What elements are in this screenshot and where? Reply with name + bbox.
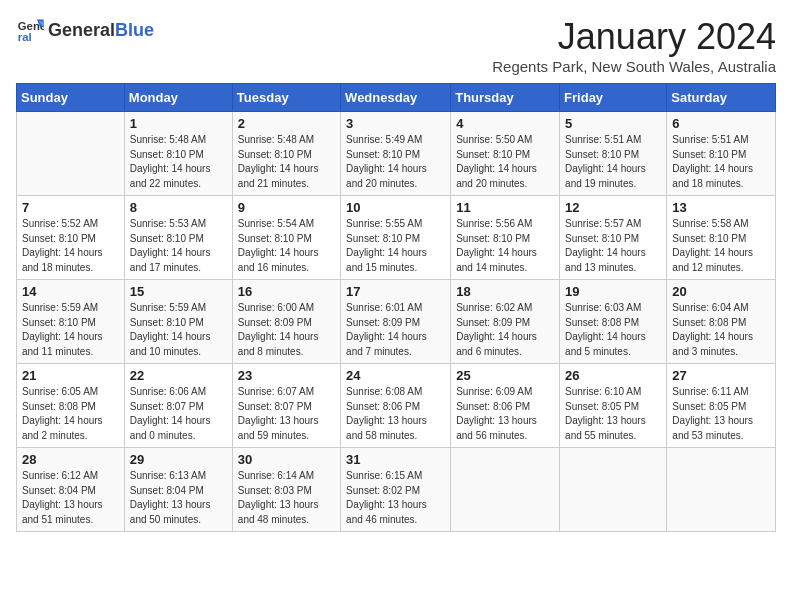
calendar-cell: 2Sunrise: 5:48 AM Sunset: 8:10 PM Daylig…	[232, 112, 340, 196]
day-header-thursday: Thursday	[451, 84, 560, 112]
day-number: 7	[22, 200, 119, 215]
title-block: January 2024 Regents Park, New South Wal…	[492, 16, 776, 75]
calendar-cell	[17, 112, 125, 196]
calendar-cell: 9Sunrise: 5:54 AM Sunset: 8:10 PM Daylig…	[232, 196, 340, 280]
calendar-cell: 19Sunrise: 6:03 AM Sunset: 8:08 PM Dayli…	[560, 280, 667, 364]
calendar-cell: 4Sunrise: 5:50 AM Sunset: 8:10 PM Daylig…	[451, 112, 560, 196]
day-detail: Sunrise: 5:55 AM Sunset: 8:10 PM Dayligh…	[346, 217, 445, 275]
location-subtitle: Regents Park, New South Wales, Australia	[492, 58, 776, 75]
calendar-cell: 15Sunrise: 5:59 AM Sunset: 8:10 PM Dayli…	[124, 280, 232, 364]
calendar-table: SundayMondayTuesdayWednesdayThursdayFrid…	[16, 83, 776, 532]
calendar-cell	[667, 448, 776, 532]
calendar-cell: 26Sunrise: 6:10 AM Sunset: 8:05 PM Dayli…	[560, 364, 667, 448]
calendar-cell: 16Sunrise: 6:00 AM Sunset: 8:09 PM Dayli…	[232, 280, 340, 364]
day-detail: Sunrise: 6:13 AM Sunset: 8:04 PM Dayligh…	[130, 469, 227, 527]
calendar-cell: 29Sunrise: 6:13 AM Sunset: 8:04 PM Dayli…	[124, 448, 232, 532]
calendar-cell: 3Sunrise: 5:49 AM Sunset: 8:10 PM Daylig…	[341, 112, 451, 196]
calendar-cell: 18Sunrise: 6:02 AM Sunset: 8:09 PM Dayli…	[451, 280, 560, 364]
day-number: 26	[565, 368, 661, 383]
logo-blue: Blue	[115, 20, 154, 40]
day-number: 6	[672, 116, 770, 131]
calendar-body: 1Sunrise: 5:48 AM Sunset: 8:10 PM Daylig…	[17, 112, 776, 532]
day-number: 13	[672, 200, 770, 215]
day-detail: Sunrise: 6:01 AM Sunset: 8:09 PM Dayligh…	[346, 301, 445, 359]
day-detail: Sunrise: 5:53 AM Sunset: 8:10 PM Dayligh…	[130, 217, 227, 275]
calendar-cell: 1Sunrise: 5:48 AM Sunset: 8:10 PM Daylig…	[124, 112, 232, 196]
day-detail: Sunrise: 6:11 AM Sunset: 8:05 PM Dayligh…	[672, 385, 770, 443]
day-detail: Sunrise: 6:00 AM Sunset: 8:09 PM Dayligh…	[238, 301, 335, 359]
week-row-5: 28Sunrise: 6:12 AM Sunset: 8:04 PM Dayli…	[17, 448, 776, 532]
calendar-cell: 27Sunrise: 6:11 AM Sunset: 8:05 PM Dayli…	[667, 364, 776, 448]
day-detail: Sunrise: 5:52 AM Sunset: 8:10 PM Dayligh…	[22, 217, 119, 275]
logo-text: GeneralBlue	[48, 20, 154, 41]
calendar-cell: 8Sunrise: 5:53 AM Sunset: 8:10 PM Daylig…	[124, 196, 232, 280]
day-detail: Sunrise: 6:08 AM Sunset: 8:06 PM Dayligh…	[346, 385, 445, 443]
calendar-cell	[560, 448, 667, 532]
day-header-monday: Monday	[124, 84, 232, 112]
day-detail: Sunrise: 5:48 AM Sunset: 8:10 PM Dayligh…	[238, 133, 335, 191]
day-detail: Sunrise: 6:07 AM Sunset: 8:07 PM Dayligh…	[238, 385, 335, 443]
calendar-cell	[451, 448, 560, 532]
calendar-cell: 23Sunrise: 6:07 AM Sunset: 8:07 PM Dayli…	[232, 364, 340, 448]
day-number: 9	[238, 200, 335, 215]
svg-text:ral: ral	[18, 31, 32, 43]
day-number: 1	[130, 116, 227, 131]
day-number: 17	[346, 284, 445, 299]
day-detail: Sunrise: 6:05 AM Sunset: 8:08 PM Dayligh…	[22, 385, 119, 443]
day-number: 5	[565, 116, 661, 131]
calendar-cell: 24Sunrise: 6:08 AM Sunset: 8:06 PM Dayli…	[341, 364, 451, 448]
day-number: 18	[456, 284, 554, 299]
calendar-cell: 20Sunrise: 6:04 AM Sunset: 8:08 PM Dayli…	[667, 280, 776, 364]
day-header-sunday: Sunday	[17, 84, 125, 112]
day-detail: Sunrise: 6:12 AM Sunset: 8:04 PM Dayligh…	[22, 469, 119, 527]
day-number: 25	[456, 368, 554, 383]
day-number: 30	[238, 452, 335, 467]
calendar-cell: 7Sunrise: 5:52 AM Sunset: 8:10 PM Daylig…	[17, 196, 125, 280]
day-detail: Sunrise: 5:49 AM Sunset: 8:10 PM Dayligh…	[346, 133, 445, 191]
day-number: 15	[130, 284, 227, 299]
day-number: 28	[22, 452, 119, 467]
day-number: 31	[346, 452, 445, 467]
day-detail: Sunrise: 5:58 AM Sunset: 8:10 PM Dayligh…	[672, 217, 770, 275]
calendar-cell: 13Sunrise: 5:58 AM Sunset: 8:10 PM Dayli…	[667, 196, 776, 280]
logo-general: General	[48, 20, 115, 40]
day-detail: Sunrise: 5:59 AM Sunset: 8:10 PM Dayligh…	[22, 301, 119, 359]
calendar-cell: 21Sunrise: 6:05 AM Sunset: 8:08 PM Dayli…	[17, 364, 125, 448]
day-number: 23	[238, 368, 335, 383]
day-detail: Sunrise: 6:15 AM Sunset: 8:02 PM Dayligh…	[346, 469, 445, 527]
day-detail: Sunrise: 6:06 AM Sunset: 8:07 PM Dayligh…	[130, 385, 227, 443]
day-detail: Sunrise: 5:51 AM Sunset: 8:10 PM Dayligh…	[565, 133, 661, 191]
calendar-cell: 17Sunrise: 6:01 AM Sunset: 8:09 PM Dayli…	[341, 280, 451, 364]
month-year-title: January 2024	[492, 16, 776, 58]
day-header-wednesday: Wednesday	[341, 84, 451, 112]
day-number: 29	[130, 452, 227, 467]
day-detail: Sunrise: 5:56 AM Sunset: 8:10 PM Dayligh…	[456, 217, 554, 275]
calendar-cell: 31Sunrise: 6:15 AM Sunset: 8:02 PM Dayli…	[341, 448, 451, 532]
calendar-cell: 5Sunrise: 5:51 AM Sunset: 8:10 PM Daylig…	[560, 112, 667, 196]
day-detail: Sunrise: 6:14 AM Sunset: 8:03 PM Dayligh…	[238, 469, 335, 527]
calendar-cell: 28Sunrise: 6:12 AM Sunset: 8:04 PM Dayli…	[17, 448, 125, 532]
calendar-cell: 6Sunrise: 5:51 AM Sunset: 8:10 PM Daylig…	[667, 112, 776, 196]
week-row-3: 14Sunrise: 5:59 AM Sunset: 8:10 PM Dayli…	[17, 280, 776, 364]
day-header-tuesday: Tuesday	[232, 84, 340, 112]
day-detail: Sunrise: 5:59 AM Sunset: 8:10 PM Dayligh…	[130, 301, 227, 359]
day-number: 21	[22, 368, 119, 383]
calendar-cell: 14Sunrise: 5:59 AM Sunset: 8:10 PM Dayli…	[17, 280, 125, 364]
day-number: 3	[346, 116, 445, 131]
day-detail: Sunrise: 5:50 AM Sunset: 8:10 PM Dayligh…	[456, 133, 554, 191]
day-detail: Sunrise: 5:48 AM Sunset: 8:10 PM Dayligh…	[130, 133, 227, 191]
day-detail: Sunrise: 6:04 AM Sunset: 8:08 PM Dayligh…	[672, 301, 770, 359]
day-number: 12	[565, 200, 661, 215]
calendar-cell: 30Sunrise: 6:14 AM Sunset: 8:03 PM Dayli…	[232, 448, 340, 532]
day-detail: Sunrise: 6:10 AM Sunset: 8:05 PM Dayligh…	[565, 385, 661, 443]
week-row-1: 1Sunrise: 5:48 AM Sunset: 8:10 PM Daylig…	[17, 112, 776, 196]
day-number: 27	[672, 368, 770, 383]
logo: Gene ral GeneralBlue	[16, 16, 154, 44]
day-number: 4	[456, 116, 554, 131]
day-detail: Sunrise: 6:03 AM Sunset: 8:08 PM Dayligh…	[565, 301, 661, 359]
day-number: 11	[456, 200, 554, 215]
page-header: Gene ral GeneralBlue January 2024 Regent…	[16, 16, 776, 75]
day-header-friday: Friday	[560, 84, 667, 112]
days-header-row: SundayMondayTuesdayWednesdayThursdayFrid…	[17, 84, 776, 112]
calendar-cell: 12Sunrise: 5:57 AM Sunset: 8:10 PM Dayli…	[560, 196, 667, 280]
